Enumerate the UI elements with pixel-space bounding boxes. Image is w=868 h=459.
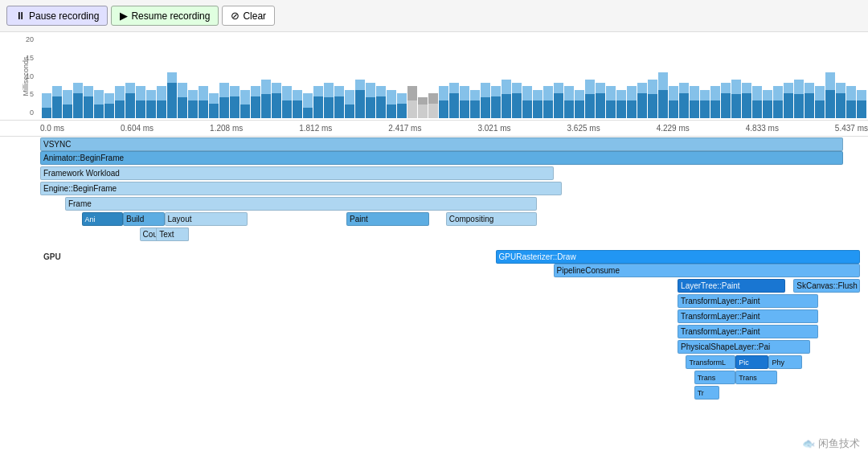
time-8: 4.833 ms <box>746 124 779 133</box>
gpu-rasterizer-draw-block[interactable]: GPURasterizer::Draw <box>496 250 860 264</box>
bar-bottom <box>805 93 814 118</box>
resume-recording-button[interactable]: ▶ Resume recording <box>111 6 219 26</box>
vsync-block[interactable]: VSYNC <box>40 137 843 151</box>
bar-group <box>857 90 866 118</box>
bar-group <box>752 86 762 118</box>
bar-top <box>825 72 835 90</box>
physical-shape-paint-block[interactable]: PhysicalShapeLayer::Pai <box>678 340 810 354</box>
framework-workload-block[interactable]: Framework Workload <box>40 166 554 180</box>
clear-icon: ⊘ <box>231 10 240 22</box>
bar-bottom <box>752 100 762 118</box>
bar-bottom <box>94 105 104 118</box>
bar-group <box>261 80 271 118</box>
bar-top <box>125 83 135 93</box>
flame-inner: UI VSYNC Animator::BeginFrame Framework … <box>0 137 868 400</box>
bar-bottom <box>825 90 835 118</box>
clear-button[interactable]: ⊘ Clear <box>222 6 275 26</box>
pipeline-consume-row: PipelineConsume <box>40 264 868 278</box>
bar-group <box>178 83 187 118</box>
bar-group <box>784 83 793 118</box>
sub-gpu-row-1: TransformL Pic Phy <box>40 355 868 370</box>
bar-bottom <box>293 100 302 118</box>
bar-bottom <box>575 100 584 118</box>
bar-bottom <box>543 100 553 118</box>
bar-group <box>815 86 825 118</box>
bar-bottom <box>115 100 125 118</box>
bar-bottom <box>63 105 72 118</box>
bar-bottom <box>407 100 417 118</box>
bar-top <box>136 86 145 100</box>
bar-bottom <box>763 100 772 118</box>
bar-group <box>63 90 72 118</box>
bar-group <box>543 86 553 118</box>
watermark: 🐟 闲鱼技术 <box>802 436 860 451</box>
bar-top <box>52 86 62 96</box>
bar-top <box>219 83 229 97</box>
bar-top <box>313 86 323 96</box>
phy-block[interactable]: Phy <box>768 355 801 369</box>
bar-group <box>52 86 62 118</box>
time-axis: 0.0 ms 0.604 ms 1.208 ms 1.812 ms 2.417 … <box>0 121 868 137</box>
pipeline-consume-block[interactable]: PipelineConsume <box>554 264 860 277</box>
y-tick-5: 5 <box>3 90 37 98</box>
bar-bottom <box>282 100 292 118</box>
bar-top <box>491 86 501 96</box>
bar-group <box>418 97 428 118</box>
bar-top <box>63 90 72 105</box>
bar-bottom <box>690 100 699 118</box>
bar-group <box>575 90 584 118</box>
transform-l-block[interactable]: TransformL <box>686 355 735 369</box>
tr-block[interactable]: Tr <box>694 386 719 400</box>
y-tick-10: 10 <box>3 72 37 80</box>
pause-recording-button[interactable]: ⏸ Pause recording <box>6 6 108 26</box>
bar-group <box>449 83 459 118</box>
layout-block[interactable]: Layout <box>165 212 248 226</box>
transform-layer-paint-1-block[interactable]: TransformLayer::Paint <box>678 294 818 308</box>
skcanvas-flush-block[interactable]: SkCanvas::Flush <box>793 279 859 293</box>
main-content: 20 15 10 5 0 Milliseconds 0.0 ms 0.604 m… <box>0 32 868 459</box>
bar-bottom <box>502 94 511 118</box>
build-block[interactable]: Build <box>123 212 165 226</box>
bar-top <box>407 86 417 100</box>
bar-bottom <box>658 90 668 118</box>
transform-layer-paint-3-block[interactable]: TransformLayer::Paint <box>678 325 818 338</box>
animate-block[interactable]: Ani <box>82 212 124 226</box>
compositing-block[interactable]: Compositing <box>446 212 537 226</box>
bar-top <box>742 83 751 93</box>
trans-1-block[interactable]: Trans <box>694 371 736 384</box>
bar-group <box>136 86 145 118</box>
bar-group <box>240 90 250 118</box>
bar-group <box>439 86 448 118</box>
flame-graph-area[interactable]: UI VSYNC Animator::BeginFrame Framework … <box>0 137 868 459</box>
bar-group <box>627 86 637 118</box>
engine-beginframe-block[interactable]: Engine::BeginFrame <box>40 182 562 195</box>
text-block[interactable]: Text <box>156 227 189 241</box>
bar-top <box>679 83 689 93</box>
bar-top <box>564 86 574 100</box>
transform-layer-1-row: TransformLayer::Paint <box>40 294 868 309</box>
bar-bottom <box>491 96 501 118</box>
trans-2-block[interactable]: Trans <box>735 371 777 384</box>
transform-layer-paint-2-block[interactable]: TransformLayer::Paint <box>678 309 818 323</box>
bar-top <box>648 80 657 94</box>
bar-top <box>554 83 563 93</box>
bar-top <box>784 83 793 93</box>
bar-group <box>125 83 135 118</box>
bar-top <box>209 93 219 104</box>
bar-group <box>596 83 605 118</box>
bar-group <box>805 83 814 118</box>
bar-group <box>470 90 480 118</box>
bar-bottom <box>710 100 720 118</box>
bar-top <box>616 90 626 100</box>
animator-beginframe-block[interactable]: Animator::BeginFrame <box>40 151 843 165</box>
pic-block[interactable]: Pic <box>735 355 768 369</box>
bar-group <box>428 93 438 118</box>
paint-block[interactable]: Paint <box>346 212 429 226</box>
bar-bottom <box>136 100 145 118</box>
bar-bottom <box>418 105 428 118</box>
bar-top <box>42 93 51 108</box>
frame-block[interactable]: Frame <box>65 197 537 211</box>
layertree-paint-block[interactable]: LayerTree::Paint <box>678 279 785 293</box>
framework-workload-row: Framework Workload <box>40 166 868 181</box>
bar-group <box>502 80 511 118</box>
